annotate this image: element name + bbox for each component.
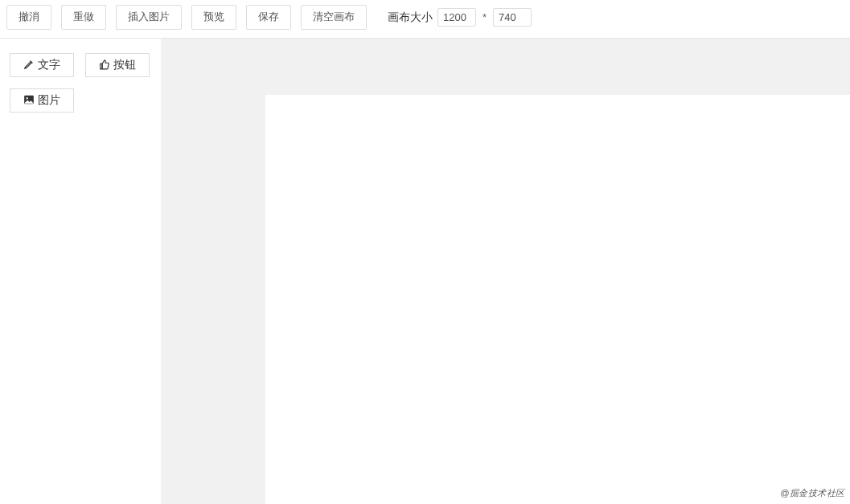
body-area: 文字 按钮 bbox=[0, 39, 850, 504]
canvas-size-label: 画布大小 bbox=[388, 10, 433, 25]
thumbs-up-icon bbox=[99, 59, 110, 72]
workspace[interactable] bbox=[161, 39, 850, 504]
canvas[interactable] bbox=[265, 95, 850, 504]
size-separator: * bbox=[481, 11, 488, 23]
clear-canvas-button[interactable]: 清空画布 bbox=[301, 5, 367, 30]
tool-image[interactable]: 图片 bbox=[10, 88, 74, 113]
pencil-icon bbox=[23, 59, 35, 72]
undo-button[interactable]: 撤消 bbox=[6, 5, 51, 30]
sidebar: 文字 按钮 bbox=[0, 39, 161, 504]
tool-grid: 文字 按钮 bbox=[10, 53, 151, 113]
preview-button[interactable]: 预览 bbox=[191, 5, 236, 30]
canvas-width-input[interactable] bbox=[437, 8, 476, 27]
toolbar: 撤消 重做 插入图片 预览 保存 清空画布 画布大小 * bbox=[0, 0, 850, 39]
tool-text[interactable]: 文字 bbox=[10, 53, 74, 77]
insert-image-button[interactable]: 插入图片 bbox=[116, 5, 182, 30]
svg-point-1 bbox=[27, 97, 28, 99]
tool-button[interactable]: 按钮 bbox=[85, 53, 150, 77]
save-button[interactable]: 保存 bbox=[246, 5, 291, 30]
canvas-size-group: 画布大小 * bbox=[388, 8, 532, 27]
tool-button-label: 按钮 bbox=[113, 58, 136, 72]
redo-button[interactable]: 重做 bbox=[61, 5, 106, 30]
tool-image-label: 图片 bbox=[38, 93, 60, 108]
image-icon bbox=[23, 94, 35, 108]
tool-text-label: 文字 bbox=[38, 58, 60, 72]
canvas-height-input[interactable] bbox=[493, 8, 532, 27]
